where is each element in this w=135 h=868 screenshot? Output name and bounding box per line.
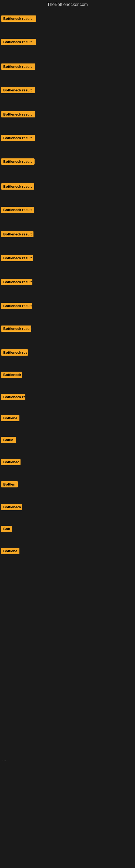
bottleneck-badge[interactable]: Bottleneck result: [1, 158, 35, 165]
bottleneck-row-15: Bottleneck res: [1, 349, 28, 357]
site-title: TheBottlenecker.com: [0, 0, 135, 9]
bottleneck-row-13: Bottleneck result: [1, 303, 32, 310]
bottleneck-row-21: Bottlen: [1, 481, 18, 489]
bottleneck-row-22: Bottleneck: [1, 504, 22, 511]
bottleneck-badge[interactable]: Bottlene: [1, 548, 19, 554]
bottleneck-badge[interactable]: Bott: [1, 526, 12, 532]
bottleneck-row-2: Bottleneck result: [1, 39, 36, 46]
bottleneck-badge[interactable]: Bottleneck result: [1, 63, 35, 70]
bottleneck-badge[interactable]: Bottleneck result: [1, 207, 34, 213]
bottleneck-row-20: Bottlenec: [1, 459, 20, 466]
bottleneck-badge[interactable]: Bottlen: [1, 481, 18, 488]
bottleneck-badge[interactable]: Bottleneck: [1, 372, 22, 378]
bottleneck-badge[interactable]: Bottleneck: [1, 504, 22, 510]
bottleneck-row-7: Bottleneck result: [1, 158, 35, 166]
bottleneck-badge[interactable]: Bottleneck result: [1, 111, 35, 118]
bottleneck-row-11: Bottleneck result: [1, 255, 33, 262]
bottleneck-badge[interactable]: Bottleneck result: [1, 39, 36, 45]
bottleneck-row-4: Bottleneck result: [1, 87, 35, 94]
bottleneck-badge[interactable]: Bottleneck result: [1, 326, 31, 332]
bottleneck-badge[interactable]: Bottleneck res: [1, 349, 28, 355]
ellipsis-marker: ...: [1, 754, 7, 765]
bottleneck-badge[interactable]: Bottleneck re: [1, 394, 26, 400]
bottleneck-row-23: Bott: [1, 526, 12, 533]
bottleneck-badge[interactable]: Bottleneck result: [1, 231, 34, 237]
bottleneck-row-12: Bottleneck result: [1, 279, 32, 286]
bottleneck-row-5: Bottleneck result: [1, 111, 35, 119]
bottleneck-row-17: Bottleneck re: [1, 394, 26, 401]
bottleneck-row-8: Bottleneck result: [1, 183, 34, 191]
bottleneck-badge[interactable]: Bottlenec: [1, 459, 20, 465]
bottleneck-row-19: Bottle: [1, 437, 16, 444]
bottleneck-row-6: Bottleneck result: [1, 135, 35, 142]
bottleneck-row-3: Bottleneck result: [1, 63, 35, 71]
bottleneck-row-18: Bottlene: [1, 415, 19, 422]
bottleneck-badge[interactable]: Bottleneck result: [1, 255, 33, 261]
bottleneck-row-9: Bottleneck result: [1, 207, 34, 214]
bottleneck-row-1: Bottleneck result: [1, 16, 36, 23]
bottleneck-badge[interactable]: Bottleneck result: [1, 87, 35, 93]
bottleneck-badge[interactable]: Bottlene: [1, 415, 19, 421]
bottleneck-row-24: Bottlene: [1, 548, 19, 555]
bottleneck-badge[interactable]: Bottleneck result: [1, 183, 34, 190]
bottleneck-row-10: Bottleneck result: [1, 231, 34, 239]
main-container: TheBottlenecker.com Bottleneck resultBot…: [0, 0, 135, 868]
bottleneck-badge[interactable]: Bottleneck result: [1, 303, 32, 309]
bottleneck-row-14: Bottleneck result: [1, 326, 31, 333]
bottleneck-badge[interactable]: Bottleneck result: [1, 135, 35, 141]
bottleneck-badge[interactable]: Bottleneck result: [1, 279, 32, 285]
bottleneck-badge[interactable]: Bottle: [1, 437, 16, 443]
bottleneck-badge[interactable]: Bottleneck result: [1, 16, 36, 22]
bottleneck-row-16: Bottleneck: [1, 372, 22, 379]
